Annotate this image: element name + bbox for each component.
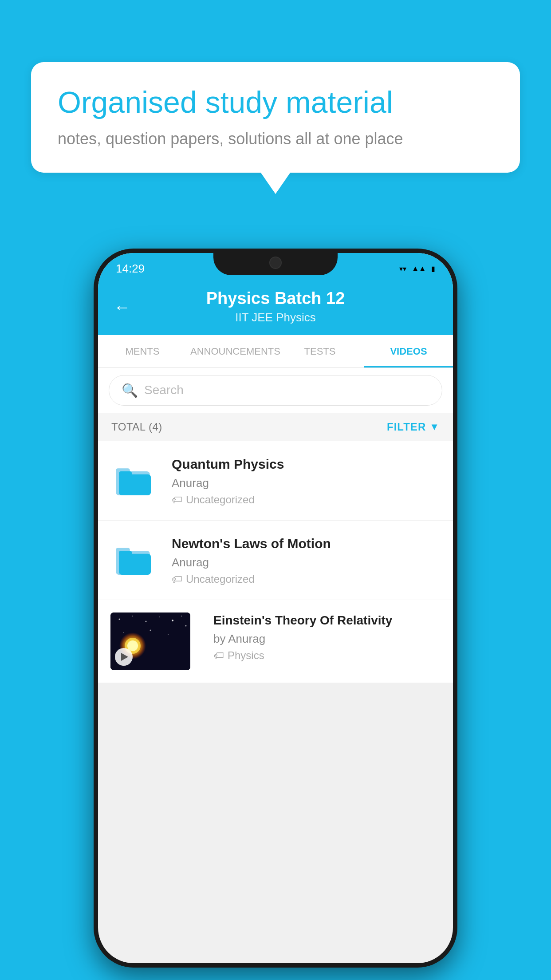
svg-point-15 bbox=[185, 625, 187, 626]
video-tag: 🏷 Physics bbox=[213, 649, 441, 662]
phone-notch bbox=[213, 249, 338, 275]
svg-point-18 bbox=[168, 634, 169, 635]
tag-icon: 🏷 bbox=[172, 573, 182, 585]
video-info: Quantum Physics Anurag 🏷 Uncategorized bbox=[172, 455, 441, 506]
tab-tests[interactable]: TESTS bbox=[276, 335, 364, 368]
bubble-title: Organised study material bbox=[58, 84, 493, 121]
list-item[interactable]: Newton's Laws of Motion Anurag 🏷 Uncateg… bbox=[98, 521, 453, 600]
status-time: 14:29 bbox=[116, 262, 145, 276]
svg-point-17 bbox=[150, 629, 151, 631]
search-icon: 🔍 bbox=[122, 383, 138, 398]
svg-rect-6 bbox=[119, 553, 151, 574]
wifi-icon: ▾▾ bbox=[399, 265, 406, 273]
header-title: Physics Batch 12 bbox=[116, 288, 435, 309]
svg-point-9 bbox=[119, 618, 120, 620]
filter-button[interactable]: FILTER ▼ bbox=[387, 421, 440, 433]
svg-point-10 bbox=[132, 616, 133, 616]
folder-thumbnail bbox=[110, 535, 159, 584]
tag-label: Physics bbox=[228, 649, 264, 662]
video-author: Anurag bbox=[172, 476, 441, 490]
header-subtitle: IIT JEE Physics bbox=[116, 311, 435, 324]
tab-bar: MENTS ANNOUNCEMENTS TESTS VIDEOS bbox=[98, 335, 453, 368]
signal-icon: ▲▲ bbox=[412, 265, 426, 273]
phone-outer: 14:29 ▾▾ ▲▲ ▮ ← Physics Batch 12 IIT JEE… bbox=[94, 249, 457, 968]
svg-rect-2 bbox=[119, 474, 151, 495]
svg-point-11 bbox=[146, 620, 147, 622]
bubble-subtitle: notes, question papers, solutions all at… bbox=[58, 130, 493, 148]
tab-ments[interactable]: MENTS bbox=[98, 335, 187, 368]
list-item[interactable]: Einstein's Theory Of Relativity by Anura… bbox=[98, 600, 453, 683]
video-tag: 🏷 Uncategorized bbox=[172, 573, 441, 585]
tag-label: Uncategorized bbox=[186, 573, 255, 585]
app-header: ← Physics Batch 12 IIT JEE Physics bbox=[98, 280, 453, 335]
svg-point-12 bbox=[159, 616, 160, 617]
video-author: Anurag bbox=[172, 556, 441, 569]
video-tag: 🏷 Uncategorized bbox=[172, 494, 441, 506]
video-title: Newton's Laws of Motion bbox=[172, 535, 441, 552]
play-button[interactable] bbox=[115, 648, 133, 666]
search-container: 🔍 Search bbox=[98, 368, 453, 413]
filter-bar: TOTAL (4) FILTER ▼ bbox=[98, 413, 453, 441]
total-count: TOTAL (4) bbox=[111, 421, 162, 433]
play-icon bbox=[121, 653, 128, 661]
search-box[interactable]: 🔍 Search bbox=[109, 375, 442, 406]
list-item[interactable]: Quantum Physics Anurag 🏷 Uncategorized bbox=[98, 441, 453, 521]
tab-videos[interactable]: VIDEOS bbox=[364, 335, 453, 368]
folder-thumbnail bbox=[110, 455, 159, 504]
search-input[interactable]: Search bbox=[144, 383, 184, 397]
svg-point-13 bbox=[172, 620, 173, 621]
filter-label: FILTER bbox=[387, 421, 426, 433]
video-title: Quantum Physics bbox=[172, 455, 441, 473]
video-info: Einstein's Theory Of Relativity by Anura… bbox=[213, 612, 441, 662]
video-info: Newton's Laws of Motion Anurag 🏷 Uncateg… bbox=[172, 535, 441, 585]
phone-wrapper: 14:29 ▾▾ ▲▲ ▮ ← Physics Batch 12 IIT JEE… bbox=[94, 249, 457, 968]
svg-rect-7 bbox=[119, 550, 132, 557]
speech-bubble: Organised study material notes, question… bbox=[31, 62, 520, 173]
phone-camera bbox=[269, 257, 282, 269]
phone-screen: 14:29 ▾▾ ▲▲ ▮ ← Physics Batch 12 IIT JEE… bbox=[98, 253, 453, 963]
back-button[interactable]: ← bbox=[114, 298, 130, 317]
video-list: Quantum Physics Anurag 🏷 Uncategorized bbox=[98, 441, 453, 683]
video-author: by Anurag bbox=[213, 632, 441, 646]
battery-icon: ▮ bbox=[431, 265, 435, 273]
video-thumbnail bbox=[110, 612, 190, 670]
video-title: Einstein's Theory Of Relativity bbox=[213, 612, 441, 628]
tag-icon: 🏷 bbox=[172, 494, 182, 506]
tag-label: Uncategorized bbox=[186, 494, 255, 506]
filter-icon: ▼ bbox=[429, 421, 440, 433]
svg-point-14 bbox=[181, 616, 182, 616]
tab-announcements[interactable]: ANNOUNCEMENTS bbox=[187, 335, 276, 368]
svg-point-16 bbox=[123, 632, 124, 633]
status-icons: ▾▾ ▲▲ ▮ bbox=[399, 265, 435, 273]
svg-rect-3 bbox=[119, 471, 132, 477]
tag-icon: 🏷 bbox=[213, 649, 224, 662]
